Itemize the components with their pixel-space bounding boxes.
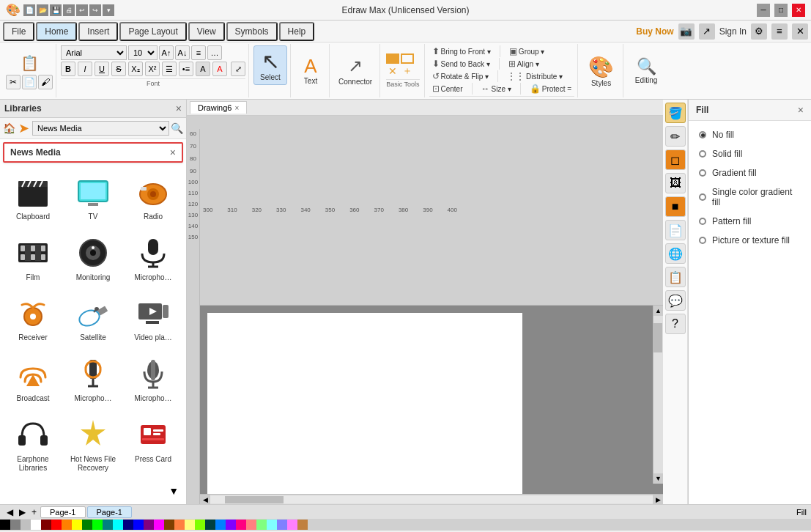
question-icon-btn[interactable]: ? — [665, 314, 686, 334]
menu-view[interactable]: View — [188, 22, 225, 41]
color-cell[interactable] — [215, 520, 226, 530]
group-button[interactable]: ▣Group ▾ — [506, 45, 548, 57]
color-cell[interactable] — [144, 520, 154, 530]
color-cell[interactable] — [267, 520, 277, 530]
camera-icon-btn[interactable]: 📷 — [678, 23, 695, 40]
font-size-select[interactable]: 10 — [128, 45, 158, 60]
copy-button[interactable]: 📄 — [22, 75, 37, 89]
bullet-list-button[interactable]: •≡ — [179, 62, 193, 76]
restore-button[interactable]: □ — [774, 4, 788, 17]
protect-button[interactable]: 🔒Protect = — [527, 83, 574, 95]
orange-square2-icon-btn[interactable]: ■ — [665, 196, 686, 217]
icon-receiver[interactable]: Receiver — [4, 291, 62, 349]
icon-clapboard[interactable]: Clapboard — [4, 170, 62, 228]
icon-microphone3[interactable]: Micropho… — [125, 352, 182, 410]
styles-button[interactable]: 🎨 Styles — [582, 53, 620, 89]
fill-panel-close-button[interactable]: × — [798, 104, 804, 116]
print-button[interactable]: 🖨 — [63, 4, 75, 16]
rotate-flip-button[interactable]: ↺Rotate & Flip ▾ — [429, 70, 492, 82]
document2-icon-btn[interactable]: 📋 — [665, 267, 686, 287]
icon-press-card[interactable]: Press Card — [125, 413, 182, 479]
icon-broadcast[interactable]: Broadcast — [4, 352, 62, 410]
canvas-content[interactable]: ▲ ▼ — [200, 306, 663, 495]
color-cell[interactable] — [154, 520, 164, 530]
icon-radio[interactable]: Radio — [125, 170, 182, 228]
icon-satellite[interactable]: Satellite — [64, 291, 122, 349]
globe-icon-btn[interactable]: 🌐 — [665, 243, 686, 264]
scroll-down-btn[interactable]: ▼ — [653, 473, 663, 484]
list-button[interactable]: ☰ — [162, 62, 177, 76]
drawing6-tab[interactable]: Drawing6 × — [190, 101, 247, 114]
scroll-right-button[interactable]: ▶ — [653, 495, 663, 505]
more-button[interactable]: … — [207, 45, 222, 60]
open-button[interactable]: 📂 — [37, 4, 48, 16]
size-button[interactable]: ↔Size ▾ — [478, 83, 514, 95]
color-cell[interactable] — [123, 520, 133, 530]
fill-rect-button[interactable] — [386, 53, 399, 64]
superscript-button[interactable]: X² — [145, 62, 160, 76]
align-left-button[interactable]: ≡ — [191, 45, 206, 60]
bring-to-front-button[interactable]: ⬆Bring to Front ▾ — [429, 45, 494, 57]
prev-page-button[interactable]: ◀ — [4, 507, 15, 517]
fill-icon-btn[interactable]: 🪣 — [665, 103, 686, 123]
buy-now-link[interactable]: Buy Now — [636, 26, 673, 37]
no-fill-option[interactable]: No fill — [696, 127, 804, 143]
settings-icon-btn[interactable]: ⚙ — [751, 23, 767, 40]
color-cell[interactable] — [236, 520, 246, 530]
color-cell[interactable] — [195, 520, 205, 530]
color-cell[interactable] — [113, 520, 123, 530]
color-cell[interactable] — [256, 520, 267, 530]
font-color-button[interactable]: A — [212, 62, 227, 76]
distribute-button[interactable]: ⋮⋮Distribute ▾ — [504, 70, 566, 82]
document-icon-btn[interactable]: 📄 — [665, 220, 686, 240]
color-cell[interactable] — [205, 520, 215, 530]
pencil-icon-btn[interactable]: ✏ — [665, 126, 686, 147]
highlight-button[interactable]: A — [196, 62, 210, 76]
share-icon-btn[interactable]: ↗ — [699, 23, 715, 40]
send-to-back-button[interactable]: ⬇Send to Back ▾ — [429, 58, 493, 70]
libraries-close-button[interactable]: × — [176, 103, 182, 114]
color-cell[interactable] — [0, 520, 10, 530]
color-cell[interactable] — [103, 520, 113, 530]
libraries-home-button[interactable]: 🏠 — [3, 122, 15, 134]
color-cell[interactable] — [72, 520, 82, 530]
underline-button[interactable]: U — [95, 62, 109, 76]
icon-earphone[interactable]: Earphone Libraries — [4, 413, 62, 479]
menu-insert[interactable]: Insert — [78, 22, 118, 41]
add-page-button[interactable]: + — [29, 507, 39, 517]
color-cell[interactable] — [31, 520, 41, 530]
page1-active-tab[interactable]: Page-1 — [87, 506, 132, 518]
color-cell[interactable] — [92, 520, 103, 530]
picture-texture-option[interactable]: Picture or texture fill — [696, 232, 804, 248]
icon-film[interactable]: Film — [4, 231, 62, 289]
page1-tab[interactable]: Page-1 — [40, 506, 85, 518]
subscript-button[interactable]: X₂ — [128, 62, 143, 76]
increase-font-button[interactable]: A↑ — [159, 45, 174, 60]
new-button[interactable]: 📄 — [23, 4, 35, 16]
plus-button[interactable]: ＋ — [401, 66, 414, 76]
color-cell[interactable] — [226, 520, 236, 530]
center-button[interactable]: ⊡Center — [429, 83, 466, 95]
menu-home[interactable]: Home — [36, 22, 77, 41]
color-cell[interactable] — [10, 520, 21, 530]
bold-button[interactable]: B — [61, 62, 75, 76]
icon-tv[interactable]: TV — [64, 170, 122, 228]
scroll-left-button[interactable]: ◀ — [200, 495, 210, 505]
align-button[interactable]: ⊞Align ▾ — [506, 58, 542, 70]
options-icon-btn[interactable]: ≡ — [771, 23, 788, 40]
redo-button[interactable]: ↪ — [89, 4, 101, 16]
icon-microphone1[interactable]: Micropho… — [125, 231, 182, 289]
color-cell[interactable] — [185, 520, 195, 530]
solid-fill-option[interactable]: Solid fill — [696, 146, 804, 162]
menu-file[interactable]: File — [3, 22, 34, 41]
image-icon-btn[interactable]: 🖼 — [665, 173, 686, 193]
outline-rect-button[interactable] — [401, 53, 414, 64]
save-button[interactable]: 💾 — [50, 4, 62, 16]
color-cell[interactable] — [164, 520, 174, 530]
cut-button[interactable]: ✂ — [6, 75, 21, 89]
news-media-close-button[interactable]: × — [170, 147, 176, 158]
menu-symbols[interactable]: Symbols — [226, 22, 278, 41]
next-page-button[interactable]: ▶ — [17, 507, 28, 517]
minimize-button[interactable]: ─ — [757, 4, 770, 17]
libraries-search-button[interactable]: 🔍 — [171, 122, 183, 134]
